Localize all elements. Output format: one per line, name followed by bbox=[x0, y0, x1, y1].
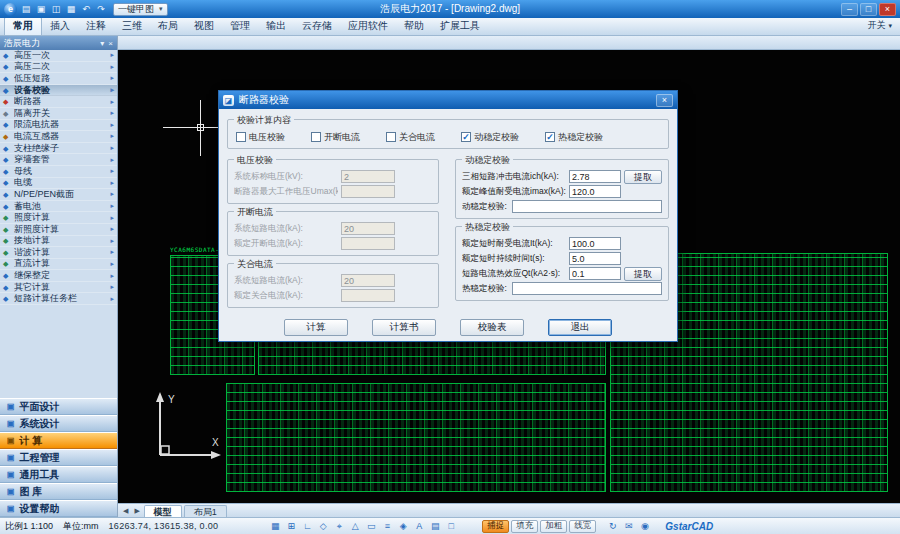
scale-display[interactable]: 比例1 1:100 bbox=[5, 520, 53, 533]
group-title: 动稳定校验 bbox=[462, 154, 513, 167]
redo-icon[interactable]: ↷ bbox=[94, 4, 108, 14]
properties-panel-icon[interactable]: ≡ bbox=[380, 520, 394, 533]
ribbon-tab[interactable]: 布局 bbox=[150, 17, 186, 35]
dialog-title-bar[interactable]: ◪ 断路器校验 × bbox=[219, 91, 677, 109]
close-icon[interactable]: × bbox=[108, 39, 113, 48]
minimize-button[interactable]: – bbox=[841, 3, 858, 16]
sidebar-nav-label: 平面设计 bbox=[20, 400, 60, 414]
sidebar-nav-item[interactable]: ▣平面设计 bbox=[0, 398, 117, 415]
layout-tab[interactable]: 布局1 bbox=[184, 505, 227, 517]
ribbon-tab[interactable]: 云存储 bbox=[294, 17, 340, 35]
sidebar-nav-item[interactable]: ▣设置帮助 bbox=[0, 500, 117, 517]
maximize-button[interactable]: □ bbox=[860, 3, 877, 16]
tab-scroll-left-icon[interactable]: ◀ bbox=[121, 507, 130, 517]
field-input[interactable] bbox=[512, 200, 662, 213]
status-toggle[interactable]: 加粗 bbox=[540, 520, 567, 533]
workflow-dropdown[interactable]: 一键甲图 ▾ bbox=[113, 3, 168, 16]
sidebar-nav-item[interactable]: ▣系统设计 bbox=[0, 415, 117, 432]
ribbon-switch-control[interactable]: 开关 ▾ bbox=[867, 19, 896, 35]
field-input[interactable] bbox=[569, 237, 621, 250]
object-snap-icon[interactable]: ⌖ bbox=[332, 520, 346, 533]
app-logo-icon[interactable]: e bbox=[4, 3, 17, 16]
field-input[interactable] bbox=[569, 185, 621, 198]
report-button[interactable]: 计算书 bbox=[372, 319, 436, 336]
checkbox-item[interactable]: 关合电流 bbox=[386, 131, 435, 144]
checkbox-item[interactable]: ✓热稳定校验 bbox=[545, 131, 603, 144]
ribbon-tab[interactable]: 管理 bbox=[222, 17, 258, 35]
new-file-icon[interactable]: ▤ bbox=[19, 4, 33, 14]
field-input bbox=[341, 289, 395, 302]
ribbon-tab[interactable]: 扩展工具 bbox=[432, 17, 488, 35]
layout-tab[interactable]: 模型 bbox=[144, 505, 182, 517]
ribbon-tab[interactable]: 帮助 bbox=[396, 17, 432, 35]
extract-button[interactable]: 提取 bbox=[624, 170, 662, 184]
group-title: 开断电流 bbox=[234, 206, 276, 219]
ribbon-tab[interactable]: 视图 bbox=[186, 17, 222, 35]
checkbox-label: 开断电流 bbox=[324, 131, 360, 144]
field-row: 额定短时持续时间t(s): bbox=[462, 251, 662, 266]
status-toggle[interactable]: 填充 bbox=[511, 520, 538, 533]
field-input[interactable] bbox=[569, 267, 621, 280]
ribbon-tab[interactable]: 常用 bbox=[4, 16, 42, 35]
refresh-icon[interactable]: ↻ bbox=[606, 520, 619, 533]
tab-scroll-right-icon[interactable]: ▶ bbox=[132, 507, 141, 517]
fullscreen-icon[interactable]: □ bbox=[444, 520, 458, 533]
field-input bbox=[341, 237, 395, 250]
checkbox-item[interactable]: ✓动稳定校验 bbox=[461, 131, 519, 144]
status-toggle[interactable]: 捕捉 bbox=[482, 520, 509, 533]
isodraft-icon[interactable]: ◈ bbox=[396, 520, 410, 533]
field-input[interactable] bbox=[569, 170, 621, 183]
verify-table-button[interactable]: 校验表 bbox=[460, 319, 524, 336]
sidebar-nav-item[interactable]: ▣通用工具 bbox=[0, 466, 117, 483]
units-display[interactable]: 单位:mm bbox=[63, 520, 99, 533]
ribbon-tab[interactable]: 三维 bbox=[114, 17, 150, 35]
object-tracking-icon[interactable]: △ bbox=[348, 520, 362, 533]
item-icon: ◆ bbox=[3, 75, 11, 82]
field-input[interactable] bbox=[512, 282, 662, 295]
calculate-button[interactable]: 计算 bbox=[284, 319, 348, 336]
sidebar-nav-item[interactable]: ▣计 算 bbox=[0, 432, 117, 449]
chevron-right-icon: ▸ bbox=[110, 132, 114, 140]
user-icon[interactable]: ◉ bbox=[638, 520, 651, 533]
dialog-close-icon[interactable]: × bbox=[656, 94, 673, 107]
ribbon-tab[interactable]: 输出 bbox=[258, 17, 294, 35]
drawing-canvas[interactable]: YCA6M6SDATA-AHL Y X ◪ 断路器校验 bbox=[118, 50, 900, 503]
nav-item-icon: ▣ bbox=[7, 454, 15, 462]
sidebar-nav-item[interactable]: ▣图 库 bbox=[0, 483, 117, 500]
sidebar-item-list: ◆高压一次▸◆高压二次▸◆低压短路▸◆设备校验▸◆断路器▸◆隔离开关▸◆限流电抗… bbox=[0, 50, 117, 305]
checkbox-box: ✓ bbox=[461, 132, 471, 142]
ortho-icon[interactable]: ∟ bbox=[300, 520, 314, 533]
status-toggle-strip: 捕捉填充加粗线宽 bbox=[482, 520, 596, 533]
lineweight-icon[interactable]: ▭ bbox=[364, 520, 378, 533]
undo-icon[interactable]: ↶ bbox=[79, 4, 93, 14]
checkbox-box bbox=[236, 132, 246, 142]
ribbon-tab[interactable]: 应用软件 bbox=[340, 17, 396, 35]
open-file-icon[interactable]: ▣ bbox=[34, 4, 48, 14]
checkbox-item[interactable]: 开断电流 bbox=[311, 131, 360, 144]
ribbon-tab[interactable]: 插入 bbox=[42, 17, 78, 35]
extract-button[interactable]: 提取 bbox=[624, 267, 662, 281]
field-row: 额定关合电流(kA): bbox=[234, 288, 432, 303]
grid-icon[interactable]: ▦ bbox=[268, 520, 282, 533]
save-icon[interactable]: ◫ bbox=[49, 4, 63, 14]
status-toggle[interactable]: 线宽 bbox=[569, 520, 596, 533]
crosshair-pickbox bbox=[197, 124, 204, 131]
message-icon[interactable]: ✉ bbox=[622, 520, 635, 533]
status-icon-strip: ▦⊞∟◇⌖△▭≡◈A▤□ bbox=[268, 520, 458, 533]
exit-button[interactable]: 退出 bbox=[548, 319, 612, 336]
autohide-icon[interactable]: ▾ bbox=[100, 39, 104, 48]
sidebar-nav-item[interactable]: ▣工程管理 bbox=[0, 449, 117, 466]
ribbon-tab[interactable]: 注释 bbox=[78, 17, 114, 35]
snap-icon[interactable]: ⊞ bbox=[284, 520, 298, 533]
field-input[interactable] bbox=[569, 252, 621, 265]
item-icon: ◆ bbox=[3, 63, 11, 70]
nav-item-icon: ▣ bbox=[7, 488, 15, 496]
item-icon: ◆ bbox=[3, 260, 11, 267]
annotation-icon[interactable]: A bbox=[412, 520, 426, 533]
checkbox-item[interactable]: 电压校验 bbox=[236, 131, 285, 144]
print-icon[interactable]: ▦ bbox=[64, 4, 78, 14]
sidebar-item[interactable]: ◆短路计算任务栏▸ bbox=[0, 293, 117, 305]
workspace-icon[interactable]: ▤ bbox=[428, 520, 442, 533]
close-button[interactable]: × bbox=[879, 3, 896, 16]
polar-tracking-icon[interactable]: ◇ bbox=[316, 520, 330, 533]
